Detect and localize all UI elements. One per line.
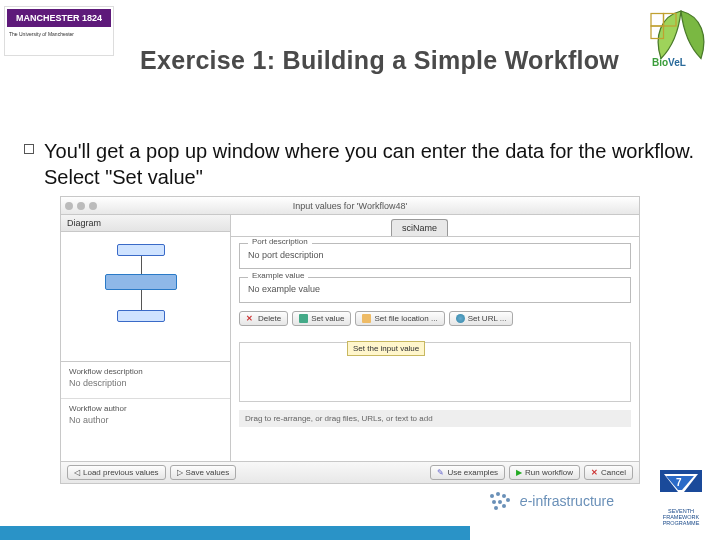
cancel-button[interactable]: ✕ Cancel — [584, 465, 633, 480]
svg-point-5 — [502, 494, 506, 498]
dots-icon — [486, 490, 514, 512]
value-list-area[interactable] — [239, 342, 631, 402]
author-label: Workflow author — [69, 404, 222, 413]
manchester-badge: MANCHESTER 1824 — [7, 9, 111, 27]
run-workflow-button[interactable]: ▶ Run workflow — [509, 465, 580, 480]
set-url-button[interactable]: Set URL ... — [449, 311, 514, 326]
dialog-titlebar: Input values for 'Workflow48' — [61, 197, 639, 215]
svg-text:7: 7 — [676, 477, 682, 488]
cancel-icon: ✕ — [591, 468, 598, 477]
arrow-left-icon: ◁ — [74, 468, 80, 477]
svg-point-3 — [490, 494, 494, 498]
diagram-connector — [141, 290, 142, 310]
slide-bottom-bar — [0, 526, 470, 540]
svg-point-7 — [492, 500, 496, 504]
document-icon — [299, 314, 308, 323]
diagram-header: Diagram — [61, 215, 230, 232]
diagram-connector — [141, 256, 142, 274]
use-examples-button[interactable]: ✎ Use examples — [430, 465, 505, 480]
save-values-button[interactable]: ▷ Save values — [170, 465, 237, 480]
manchester-logo: MANCHESTER 1824 The University of Manche… — [4, 6, 114, 56]
delete-icon: ✕ — [246, 314, 255, 323]
drag-hint: Drag to re-arrange, or drag files, URLs,… — [239, 410, 631, 427]
example-value-text: No example value — [248, 284, 320, 294]
set-url-button-label: Set URL ... — [468, 314, 507, 323]
mac-zoom-icon — [89, 202, 97, 210]
einfrastructure-logo: e-infrastructure — [486, 490, 614, 512]
bullet-icon — [24, 144, 34, 154]
run-workflow-label: Run workflow — [525, 468, 573, 477]
port-description-label: Port description — [248, 237, 312, 246]
mac-min-icon — [77, 202, 85, 210]
fp7-line1: SEVENTH FRAMEWORK — [650, 508, 712, 520]
slide-title: Exercise 1: Building a Simple Workflow — [140, 46, 619, 75]
arrow-right-icon: ▷ — [177, 468, 183, 477]
diagram-output-port — [117, 310, 165, 322]
set-file-button[interactable]: Set file location ... — [355, 311, 444, 326]
svg-rect-0 — [651, 14, 664, 27]
bullet-row: You'll get a pop up window where you can… — [24, 138, 696, 190]
save-values-label: Save values — [186, 468, 230, 477]
svg-point-9 — [494, 506, 498, 510]
folder-icon — [362, 314, 371, 323]
biovel-vel: VeL — [668, 57, 686, 68]
fp7-line2: PROGRAMME — [650, 520, 712, 526]
set-value-button-label: Set value — [311, 314, 344, 323]
fp7-flag-icon: 7 — [660, 470, 702, 502]
description-value: No description — [69, 378, 222, 388]
biovel-logo: BioVeL — [646, 2, 716, 70]
description-label: Workflow description — [69, 367, 222, 376]
workflow-description-section: Workflow description No description — [61, 362, 230, 399]
port-description-group: Port description No port description — [239, 243, 631, 269]
load-previous-label: Load previous values — [83, 468, 159, 477]
einfra-suffix: -infrastructure — [528, 493, 614, 509]
svg-point-8 — [498, 500, 502, 504]
tooltip: Set the input value — [347, 341, 425, 356]
port-description-value: No port description — [248, 250, 324, 260]
use-examples-label: Use examples — [447, 468, 498, 477]
input-tabs: sciName — [231, 215, 639, 237]
cancel-label: Cancel — [601, 468, 626, 477]
diagram-input-port — [117, 244, 165, 256]
diagram-processor — [105, 274, 177, 290]
workflow-diagram — [61, 232, 230, 362]
workflow-author-section: Workflow author No author — [61, 399, 230, 435]
biovel-text: BioVeL — [652, 57, 686, 68]
dialog-screenshot: Input values for 'Workflow48' Diagram Wo… — [60, 196, 640, 484]
bullet-text: You'll get a pop up window where you can… — [44, 138, 696, 190]
einfrastructure-text: e-infrastructure — [520, 493, 614, 509]
slide: MANCHESTER 1824 The University of Manche… — [0, 0, 720, 540]
biovel-bio: Bio — [652, 57, 668, 68]
mac-close-icon — [65, 202, 73, 210]
delete-button-label: Delete — [258, 314, 281, 323]
set-value-button[interactable]: Set value — [292, 311, 351, 326]
left-pane: Diagram Workflow description No descript… — [61, 215, 231, 461]
example-value-group: Example value No example value — [239, 277, 631, 303]
svg-point-10 — [502, 504, 506, 508]
svg-point-6 — [506, 498, 510, 502]
set-file-button-label: Set file location ... — [374, 314, 437, 323]
play-icon: ▶ — [516, 468, 522, 477]
load-previous-button[interactable]: ◁ Load previous values — [67, 465, 166, 480]
manchester-subtitle: The University of Manchester — [5, 29, 113, 39]
dialog-title: Input values for 'Workflow48' — [293, 201, 407, 211]
author-value: No author — [69, 415, 222, 425]
dialog-footer: ◁ Load previous values ▷ Save values ✎ U… — [61, 461, 639, 483]
svg-point-4 — [496, 492, 500, 496]
globe-icon — [456, 314, 465, 323]
tab-sciname[interactable]: sciName — [391, 219, 448, 236]
wand-icon: ✎ — [437, 468, 444, 477]
value-toolbar: ✕ Delete Set value Set file location ...… — [239, 311, 631, 326]
delete-button[interactable]: ✕ Delete — [239, 311, 288, 326]
dialog-body: Diagram Workflow description No descript… — [61, 215, 639, 461]
fp7-logo: 7 SEVENTH FRAMEWORK PROGRAMME — [650, 470, 712, 526]
right-pane: sciName Port description No port descrip… — [231, 215, 639, 461]
example-value-label: Example value — [248, 271, 308, 280]
